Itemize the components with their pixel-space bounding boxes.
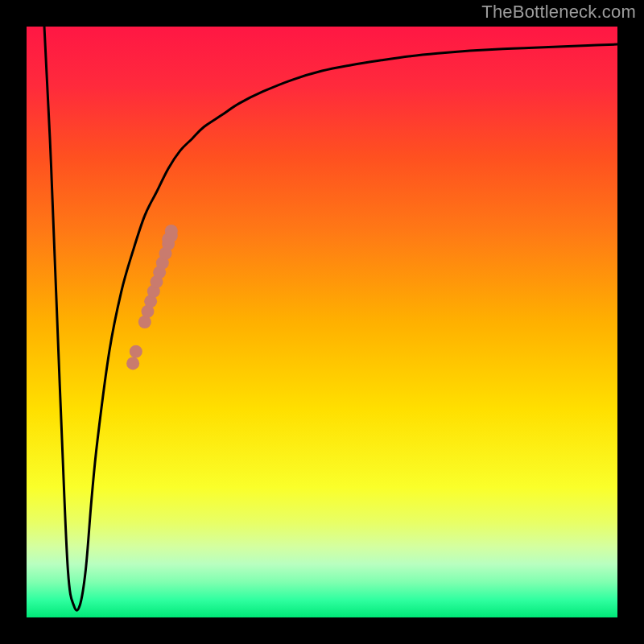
highlight-point xyxy=(165,225,178,237)
chart-svg xyxy=(0,0,644,644)
highlight-point xyxy=(130,345,142,358)
chart-frame: TheBottleneck.com xyxy=(0,0,644,644)
watermark-text: TheBottleneck.com xyxy=(481,2,636,23)
highlight-point xyxy=(126,357,139,369)
